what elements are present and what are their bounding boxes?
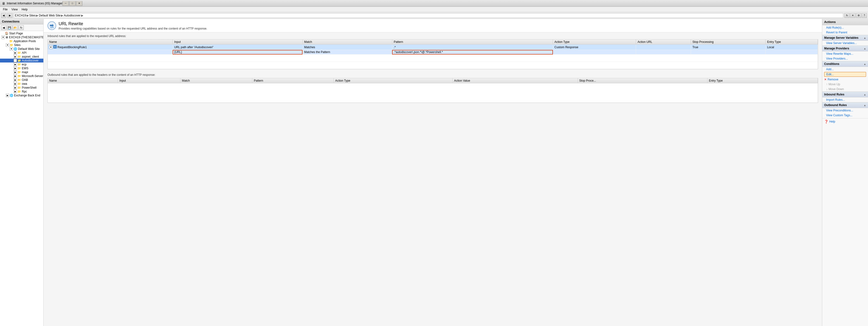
cell-pattern-cond: .*autodiscover\.json.*\@.*Powershell.* (392, 50, 553, 55)
view-rewrite-maps-link[interactable]: View Rewrite Maps... (822, 51, 868, 56)
view-server-variables-link[interactable]: View Server Variables... (822, 41, 868, 46)
maximize-button[interactable]: □ (69, 1, 75, 6)
view-preconditions-link[interactable]: View Preconditions... (822, 108, 868, 113)
view-providers-link[interactable]: View Providers... (822, 56, 868, 61)
oth-actiontype: Action Type (334, 78, 453, 83)
connections-toolbar: ◀ 💾 📂 ↻ (0, 25, 43, 31)
connections-panel: Connections ◀ 💾 📂 ↻ 🏠 Start Page ▼ 🖥 EXC… (0, 19, 43, 326)
tree-item-rpc[interactable]: ▶ 📁 Rpc (0, 90, 43, 93)
menu-view[interactable]: View (9, 7, 20, 11)
connections-save-btn[interactable]: 💾 (7, 25, 12, 30)
title-bar-icon: 🖥 (2, 1, 5, 5)
expand-owa[interactable]: ▶ (13, 82, 17, 86)
back-button[interactable]: ◀ (1, 13, 6, 18)
title-bar: 🖥 Internet Information Services (IIS) Ma… (0, 0, 868, 7)
outbound-rules-collapse[interactable]: ▲ (864, 104, 866, 107)
expand-aspnet[interactable]: ▶ (13, 55, 17, 58)
tree-item-aspnet[interactable]: ▶ 📁 aspnet_client (0, 55, 43, 59)
settings-button[interactable]: ⚙ (856, 13, 861, 18)
manage-providers-collapse[interactable]: ▲ (864, 47, 866, 50)
tree-item-defaultwebsite[interactable]: ▼ 🌐 Default Web Site (0, 47, 43, 51)
expand-mapi[interactable]: ▶ (13, 70, 17, 74)
tree-item-autodiscover[interactable]: ▶ 📁 Autodiscover (0, 59, 43, 62)
main-container: Connections ◀ 💾 📂 ↻ 🏠 Start Page ▼ 🖥 EXC… (0, 19, 868, 326)
conditions-remove-link[interactable]: Remove (828, 78, 838, 81)
expand-ews[interactable]: ▶ (13, 67, 17, 70)
outbound-rules-table: Name Input Match Pattern Action Type Act… (48, 78, 818, 103)
tree-item-ews[interactable]: ▶ 📁 EWS (0, 66, 43, 70)
inbound-rules-collapse[interactable]: ▲ (864, 93, 866, 96)
conditions-add-link[interactable]: Add... (822, 67, 868, 72)
connections-refresh-btn[interactable]: ↻ (19, 25, 24, 30)
tree-item-oab[interactable]: ▶ 📁 OAB (0, 78, 43, 82)
view-custom-tags-link[interactable]: View Custom Tags... (822, 113, 868, 118)
refresh-button[interactable]: ↻ (844, 13, 849, 18)
path-sites: Sites (29, 14, 36, 17)
help-link[interactable]: Help (829, 120, 835, 123)
menu-help[interactable]: Help (20, 7, 30, 11)
move-down-arrow-icon: ↓ (826, 87, 828, 91)
expand-exch19[interactable]: ▼ (1, 36, 5, 39)
tree-label-owa: owa (22, 82, 27, 86)
remove-icon: ✕ (824, 78, 827, 81)
rule-expand-btn[interactable]: ▼ (49, 46, 53, 49)
expand-powershell[interactable]: ▶ (13, 86, 17, 89)
tree-item-exchangebackend[interactable]: ▶ 🌐 Exchange Back End (0, 93, 43, 97)
cell-stopprocessing-rule: True (691, 45, 765, 50)
th-match: Match (303, 39, 392, 45)
tree-item-exch19[interactable]: ▼ 🖥 EXCH19 (THESECMASTER\Ad (0, 35, 43, 39)
tree-item-apppools[interactable]: 📁 Application Pools (0, 39, 43, 43)
expand-defaultwebsite[interactable]: ▼ (10, 47, 13, 51)
conditions-move-up-link[interactable]: ↑Move Up (822, 82, 868, 87)
tree-item-owa[interactable]: ▶ 📁 owa (0, 82, 43, 86)
import-rules-link[interactable]: Import Rules... (822, 97, 868, 102)
conditions-label: Conditions (824, 62, 839, 66)
manage-server-variables-collapse[interactable]: ▲ (864, 36, 866, 39)
manage-server-variables-label: Manage Server Variables (824, 36, 858, 39)
tree-item-startpage[interactable]: 🏠 Start Page (0, 31, 43, 35)
actions-header: Actions (822, 19, 868, 25)
help-nav-button[interactable]: ? (862, 13, 867, 18)
expand-oab[interactable]: ▶ (13, 78, 17, 82)
svg-text:R: R (54, 46, 56, 48)
tree-item-ecp[interactable]: ▶ 📁 ecp (0, 62, 43, 66)
conditions-collapse[interactable]: ▲ (864, 63, 866, 65)
close-button[interactable]: ✕ (76, 1, 82, 6)
expand-autodiscover[interactable]: ▶ (13, 59, 17, 62)
minimize-button[interactable]: ─ (62, 1, 69, 6)
connections-browse-btn[interactable]: 📂 (12, 25, 18, 30)
manage-server-variables-header: Manage Server Variables ▲ (822, 35, 868, 41)
stop-button[interactable]: ✕ (850, 13, 856, 18)
connections-back-btn[interactable]: ◀ (1, 25, 6, 30)
expand-api[interactable]: ▶ (13, 51, 17, 55)
address-bar: ◀ ▶ EXCH19 ▶ Sites ▶ Default Web Site ▶ … (0, 12, 868, 19)
add-rules-link[interactable]: Add Rule(s)... (822, 25, 868, 30)
inbound-rules-table-container: Name Input Match Pattern Action Type Act… (48, 39, 818, 69)
expand-exchangebackend[interactable]: ▶ (6, 94, 9, 97)
tree-item-api[interactable]: ▶ 📁 API (0, 51, 43, 55)
forward-button[interactable]: ▶ (7, 13, 12, 18)
expand-rpc[interactable]: ▶ (13, 90, 17, 93)
expand-msserver[interactable]: ▶ (13, 75, 17, 78)
powershell-icon: 📁 (18, 86, 21, 89)
tree-area: 🏠 Start Page ▼ 🖥 EXCH19 (THESECMASTER\Ad… (0, 31, 43, 326)
cell-actionurl-rule (636, 45, 691, 50)
conditions-edit-link[interactable]: Edit... (824, 72, 866, 77)
menu-file[interactable]: File (1, 7, 9, 11)
oth-stopproc: Stop Proce... (578, 78, 707, 83)
tree-item-powershell[interactable]: ▶ 📁 PowerShell (0, 86, 43, 90)
revert-to-parent-link[interactable]: Revert to Parent (822, 30, 868, 35)
tree-item-msserver[interactable]: ▶ 📁 Microsoft-Server-A (0, 74, 43, 78)
oth-match: Match (180, 78, 252, 83)
title-bar-text: Internet Information Services (IIS) Mana… (7, 2, 62, 5)
tree-item-mapi[interactable]: ▶ 📁 mapi (0, 70, 43, 74)
expand-sites[interactable]: ▼ (6, 43, 9, 47)
mapi-icon: 📁 (18, 70, 21, 74)
conditions-move-down-link[interactable]: ↓Move Down (822, 87, 868, 92)
tree-label-ecp: ecp (22, 63, 26, 66)
tree-item-sites[interactable]: ▼ 📁 Sites (0, 43, 43, 47)
table-row[interactable]: ▼ R RequestBlockingRule1 (48, 45, 818, 50)
table-row[interactable]: {URL} Matches the Pattern .*autodiscover… (48, 50, 818, 55)
th-actionurl: Action URL (636, 39, 691, 45)
expand-ecp[interactable]: ▶ (13, 63, 17, 66)
